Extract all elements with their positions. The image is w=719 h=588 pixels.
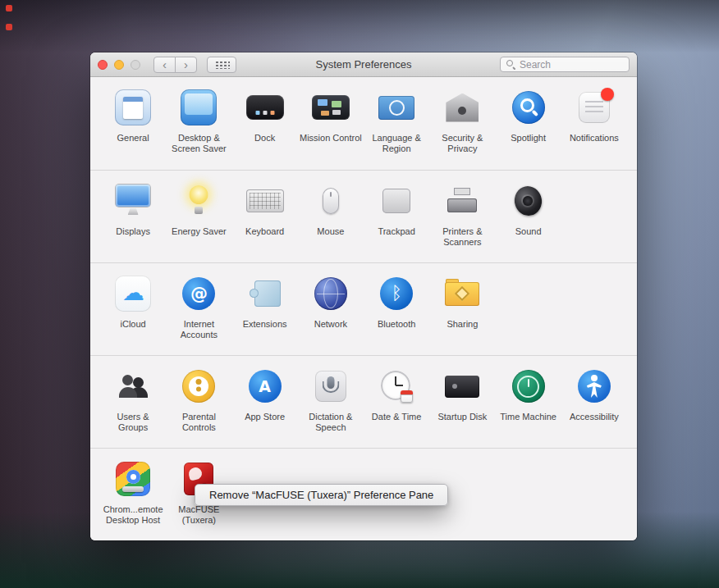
icon-slot (512, 366, 545, 407)
pref-item-users-groups[interactable]: Users & Groups (100, 362, 166, 448)
pref-item-mission-control[interactable]: Mission Control (298, 84, 364, 170)
app-store-icon: A (249, 370, 282, 403)
pref-item-time-machine[interactable]: Time Machine (496, 362, 561, 448)
pref-item-energy-saver[interactable]: Energy Saver (166, 177, 231, 262)
icon-glyph: A (259, 377, 271, 395)
preferences-grid: GeneralDesktop & Screen SaverDockMission… (90, 77, 637, 540)
pref-item-label: Mouse (317, 226, 344, 237)
pref-item-dictation-speech[interactable]: Dictation & Speech (298, 362, 364, 448)
bluetooth-icon: ᛒ (380, 277, 413, 310)
pref-item-accessibility[interactable]: Accessibility (561, 362, 627, 448)
pref-item-mouse[interactable]: Mouse (298, 177, 364, 262)
pref-item-label: Notifications (570, 133, 619, 144)
pref-item-language-region[interactable]: Language & Region (364, 84, 429, 170)
pref-item-trackpad[interactable]: Trackpad (364, 177, 429, 262)
icon-slot (182, 366, 215, 407)
security-privacy-icon (446, 93, 479, 122)
pref-item-label: iCloud (121, 319, 146, 330)
system-preferences-window: ‹ › System Preferences Search GeneralDes… (90, 52, 637, 540)
icon-glyph: ᛒ (392, 285, 402, 303)
show-all-button[interactable] (207, 57, 236, 73)
context-menu-item-remove-preference-pane[interactable]: Remove “MacFUSE (Tuxera)” Preference Pan… (196, 485, 447, 504)
icon-glyph: @ (190, 284, 208, 303)
pref-item-label: Trackpad (378, 226, 414, 237)
icon-slot (115, 180, 151, 221)
icon-slot (447, 180, 478, 221)
pref-item-label: Bluetooth (378, 319, 415, 330)
pref-item-notifications[interactable]: Notifications (561, 84, 627, 170)
pref-item-label: Dictation & Speech (300, 412, 362, 433)
zoom-button[interactable] (131, 60, 140, 70)
icon-slot (116, 458, 150, 499)
icon-slot (314, 273, 347, 314)
back-chevron-icon: ‹ (163, 58, 167, 71)
dictation-speech-icon (315, 371, 346, 402)
history-nav: ‹ › (153, 57, 197, 73)
search-field[interactable]: Search (500, 57, 630, 72)
pref-item-internet-accounts[interactable]: @Internet Accounts (166, 270, 231, 355)
icon-slot (382, 180, 410, 221)
pref-item-general[interactable]: General (100, 84, 166, 170)
chrome-remote-desktop-host-icon (116, 462, 150, 496)
pref-item-label: Keyboard (245, 226, 284, 237)
pref-item-bluetooth[interactable]: ᛒBluetooth (364, 270, 429, 355)
pref-item-printers-scanners[interactable]: Printers & Scanners (429, 177, 495, 262)
general-icon (115, 89, 151, 125)
pref-item-label: Date & Time (372, 412, 422, 422)
pref-item-sharing[interactable]: Sharing (429, 270, 495, 355)
close-button[interactable] (98, 60, 108, 70)
titlebar[interactable]: ‹ › System Preferences Search (90, 52, 637, 77)
pref-item-icloud[interactable]: ☁iCloud (100, 270, 166, 355)
pref-item-desktop-screen-saver[interactable]: Desktop & Screen Saver (166, 84, 231, 170)
prefs-row-2: DisplaysEnergy SaverKeyboardMouseTrackpa… (90, 170, 637, 262)
pref-item-label: Startup Disk (437, 412, 487, 422)
minimize-button[interactable] (114, 60, 124, 70)
time-machine-icon (512, 370, 545, 403)
icon-slot (380, 366, 413, 407)
icon-slot (249, 273, 281, 314)
sharing-icon (445, 282, 479, 306)
mission-control-icon (312, 95, 350, 120)
back-button[interactable]: ‹ (153, 57, 176, 73)
wallpaper-red-dot (6, 5, 12, 11)
icon-slot (117, 366, 149, 407)
pref-item-label: Users & Groups (102, 412, 164, 433)
icon-slot (246, 87, 284, 128)
pref-item-dock[interactable]: Dock (232, 84, 298, 170)
icon-slot: ☁ (115, 273, 151, 314)
forward-button[interactable]: › (175, 57, 197, 73)
pref-item-network[interactable]: Network (298, 270, 364, 355)
pref-item-label: Mission Control (300, 133, 362, 144)
dock-icon (246, 95, 284, 120)
pref-item-displays[interactable]: Displays (100, 177, 166, 262)
energy-saver-icon (186, 184, 211, 218)
wallpaper-red-dot (6, 24, 12, 30)
pref-item-extensions[interactable]: Extensions (232, 270, 298, 355)
grid-icon (214, 60, 230, 69)
pref-item-spotlight[interactable]: Spotlight (496, 84, 561, 170)
pref-item-label: Security & Privacy (431, 133, 493, 154)
pref-item-sound[interactable]: Sound (496, 177, 561, 262)
pref-item-label: Dock (254, 133, 275, 144)
pref-item-security-privacy[interactable]: Security & Privacy (429, 84, 495, 170)
icon-slot (445, 366, 479, 407)
pref-item-label: Accessibility (570, 412, 619, 422)
icon-slot (579, 87, 610, 128)
pref-item-app-store[interactable]: AApp Store (232, 362, 298, 448)
pref-item-label: Printers & Scanners (431, 226, 493, 248)
parental-controls-icon (182, 370, 215, 403)
pref-item-keyboard[interactable]: Keyboard (232, 177, 298, 262)
forward-chevron-icon: › (184, 58, 188, 71)
pref-item-date-time[interactable]: Date & Time (364, 362, 429, 448)
trackpad-icon (382, 189, 410, 213)
language-region-icon (378, 96, 414, 120)
icon-slot (312, 87, 350, 128)
pref-item-label: General (117, 133, 149, 144)
printers-scanners-icon (447, 186, 478, 216)
displays-icon (115, 185, 151, 217)
pref-item-chrome-remote-desktop-host[interactable]: Chrom...emote Desktop Host (100, 455, 166, 540)
icon-slot (246, 180, 284, 221)
pref-item-parental-controls[interactable]: Parental Controls (166, 362, 231, 448)
pref-item-startup-disk[interactable]: Startup Disk (429, 362, 495, 448)
search-icon (506, 60, 515, 69)
